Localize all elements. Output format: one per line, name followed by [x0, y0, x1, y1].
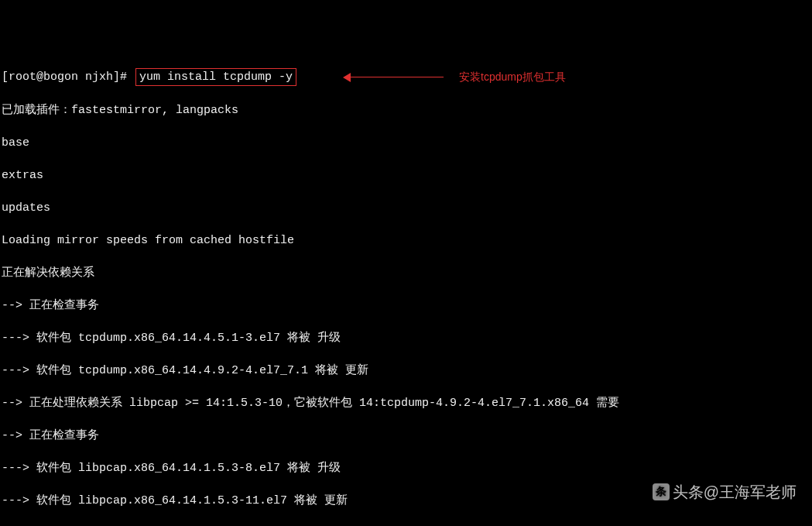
output-line: --> 正在检查事务 [2, 297, 810, 314]
output-line: --> 正在检查事务 [2, 428, 810, 444]
arrow-head-icon [343, 73, 351, 82]
watermark-text: 头条@王海军老师 [673, 481, 797, 503]
output-line: Loading mirror speeds from cached hostfi… [2, 232, 810, 249]
annotation-text: 安装tcpdump抓包工具 [459, 70, 566, 85]
annotation-arrow [343, 73, 444, 82]
output-line: updates [2, 200, 810, 216]
output-line: 正在解决依赖关系 [2, 265, 810, 281]
output-line: ---> 软件包 tcpdump.x86_64.14.4.9.2-4.el7_7… [2, 363, 810, 379]
output-line: 已加载插件：fastestmirror, langpacks [2, 102, 810, 119]
watermark-logo-icon: 条 [653, 483, 670, 500]
output-line: --> 正在处理依赖关系 libpcap >= 14:1.5.3-10，它被软件… [2, 395, 810, 411]
output-line: base [2, 135, 810, 151]
watermark: 条 头条@王海军老师 [653, 481, 797, 503]
prompt-user-host: [root@bogon njxh]# [2, 69, 134, 85]
output-line: ---> 软件包 tcpdump.x86_64.14.4.5.1-3.el7 将… [2, 330, 810, 346]
output-line: extras [2, 167, 810, 184]
output-line: ---> 软件包 libpcap.x86_64.14.1.5.3-8.el7 将… [2, 460, 810, 476]
arrow-line-icon [351, 77, 444, 77]
command-highlight: yum install tcpdump -y [135, 68, 296, 86]
prompt-line: [root@bogon njxh]# yum install tcpdump -… [2, 68, 810, 86]
